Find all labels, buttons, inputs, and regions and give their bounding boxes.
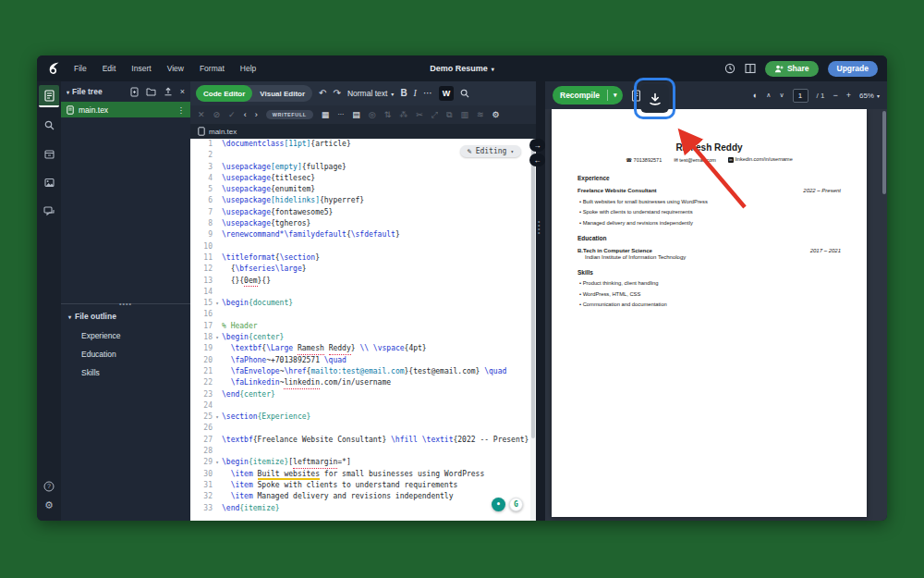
target-icon[interactable]: ◎ [369,110,376,119]
editing-mode-dropdown[interactable]: ✎ Editing ▾ [460,145,521,157]
file-tree-header[interactable]: ▾ File tree [67,87,103,96]
code-line[interactable]: 25▾\section{Experience} [190,412,536,423]
expand-icon[interactable]: ✂ [416,110,423,119]
new-folder-icon[interactable] [146,87,156,96]
paraphrase-icon[interactable]: ⇅ [384,110,392,119]
page-number-input[interactable] [793,89,808,103]
pdf-viewer[interactable]: Ramesh Reddy ☎ 7013892571 ✉ test@email.c… [545,109,887,521]
zoom-out-icon[interactable]: − [833,91,837,100]
contrast-icon[interactable]: ◐ [753,91,758,100]
code-line[interactable]: 11\titleformat{\section} [190,252,536,264]
search-icon[interactable] [39,114,59,136]
pane-divider[interactable]: → ← •••• [536,81,545,521]
accept-icon[interactable]: ✓ [228,110,236,119]
code-line[interactable]: 16 [190,309,536,320]
recompile-caret-icon[interactable]: ▾ [608,92,623,99]
upload-icon[interactable] [164,87,173,96]
tab-visual-editor[interactable]: Visual Editor [252,90,312,98]
code-line[interactable]: 33\end{itemize} [190,503,536,514]
code-editor-area[interactable]: 1\documentclass[11pt]{article}23\usepack… [190,139,536,521]
close-icon[interactable]: × [180,87,185,96]
code-line[interactable]: 24 [190,400,536,412]
file-menu-icon[interactable]: ⋮ [177,105,186,115]
italic-icon[interactable]: I [414,89,417,98]
grammarly-icon[interactable]: G [509,498,523,511]
more-icon[interactable]: ⋯ [423,89,432,98]
help-icon[interactable]: ? [43,481,55,492]
code-line[interactable]: 15▾\begin{document} [190,298,536,309]
layout-icon[interactable] [745,63,756,74]
prev-icon[interactable]: ‹ [244,110,247,119]
code-line[interactable]: 22 \faLinkedin~linkedin.com/in/username [190,377,536,388]
settings-icon[interactable]: ⚙ [492,110,500,119]
new-file-icon[interactable] [130,87,139,97]
code-line[interactable]: 4\usepackage{titlesec} [190,173,536,184]
code-line[interactable]: 29▾\begin{itemize}[leftmargin=*] [190,457,536,468]
code-line[interactable]: 12 {\bfseries\large} [190,264,536,275]
clipboard-icon[interactable]: ⧉ [446,110,452,120]
code-line[interactable]: 6\usepackage[hidelinks]{hyperref} [190,195,536,206]
integrations-icon[interactable] [39,142,59,165]
code-line[interactable]: 30 \item Built websites for small busine… [190,469,536,480]
undo-icon[interactable]: ↶ [319,89,326,98]
code-line[interactable]: 19 \textbf{\Large Ramesh Reddy} \\ \vspa… [190,343,536,354]
code-line[interactable]: 21 \faEnvelope~\href{mailto:test@email.c… [190,366,536,377]
download-pdf-button[interactable] [640,84,669,113]
code-line[interactable]: 3\usepackage[empty]{fullpage} [190,162,536,173]
code-line[interactable]: 26 [190,423,536,434]
figure-icon[interactable] [39,171,59,193]
history-icon[interactable] [724,63,736,74]
zoom-level-dropdown[interactable]: 65% ▾ [859,92,880,100]
sync-to-pdf-icon[interactable]: → [529,139,545,152]
more-icon[interactable]: ⋯ [337,111,344,118]
recompile-button[interactable]: Recompile ▾ [553,86,623,105]
zoom-in-icon[interactable]: + [846,91,851,100]
table-icon[interactable]: ▦ [322,110,330,119]
menu-help[interactable]: Help [240,64,256,73]
tab-code-editor[interactable]: Code Editor [196,85,252,102]
format-dropdown[interactable]: Normal text ▾ [347,89,394,98]
code-line[interactable]: 28 [190,446,536,457]
compare-icon[interactable]: ≋ [477,110,484,119]
code-line[interactable]: 10 [190,241,536,252]
code-line[interactable]: 20 \faPhone~+7013892571 \quad [190,355,536,366]
settings-icon[interactable]: ⚙ [44,499,54,511]
next-icon[interactable]: › [255,110,258,119]
outline-item-education[interactable]: Education [81,345,190,363]
writefull-badge-icon[interactable]: • [492,498,505,511]
menu-format[interactable]: Format [200,64,225,73]
chat-icon[interactable] [39,200,59,222]
outline-item-skills[interactable]: Skills [81,363,190,382]
reject-icon[interactable]: ✕ [198,110,205,119]
redo-icon[interactable]: ↷ [334,89,341,98]
code-line[interactable]: 5\usepackage{enumitem} [190,184,536,195]
outline-drag-handle[interactable]: •••• [119,301,132,307]
outline-item-experience[interactable]: Experience [81,326,190,345]
code-line[interactable]: 7\usepackage{fontawesome5} [190,207,536,218]
sync-to-code-icon[interactable]: ← [529,154,545,166]
code-line[interactable]: 14 [190,287,536,298]
upgrade-button[interactable]: Upgrade [828,61,878,77]
translate-icon[interactable]: ⁂ [399,110,407,119]
page-down-icon[interactable]: ∨ [779,92,784,99]
shrink-icon[interactable]: ⤢ [432,110,438,120]
menu-insert[interactable]: Insert [131,64,151,73]
writefull-icon[interactable]: W [439,86,454,101]
code-line[interactable]: 32 \item Managed delivery and revisions … [190,491,536,502]
menu-view[interactable]: View [167,64,184,73]
code-line[interactable]: 31 \item Spoke with clients to understan… [190,480,536,491]
block-icon[interactable]: ⊘ [213,110,221,119]
file-item-main-tex[interactable]: main.tex ⋮ [61,102,190,117]
code-line[interactable]: 23\end{center} [190,389,536,400]
code-line[interactable]: 18▾\begin{center} [190,332,536,343]
document-icon[interactable]: ▤ [352,110,360,119]
code-line[interactable]: 9\renewcommand*\familydefault{\sfdefault… [190,229,536,240]
menu-edit[interactable]: Edit [103,64,116,73]
code-line[interactable]: 27\textbf{Freelance Website Consultant} … [190,435,536,446]
doc-icon[interactable]: ▥ [460,110,468,119]
page-up-icon[interactable]: ∧ [766,92,771,99]
share-button[interactable]: Share [765,61,819,77]
bold-icon[interactable]: B [400,89,407,98]
code-line[interactable]: 13 {}{0em}{} [190,276,536,287]
pdf-scrollbar[interactable] [882,111,886,194]
